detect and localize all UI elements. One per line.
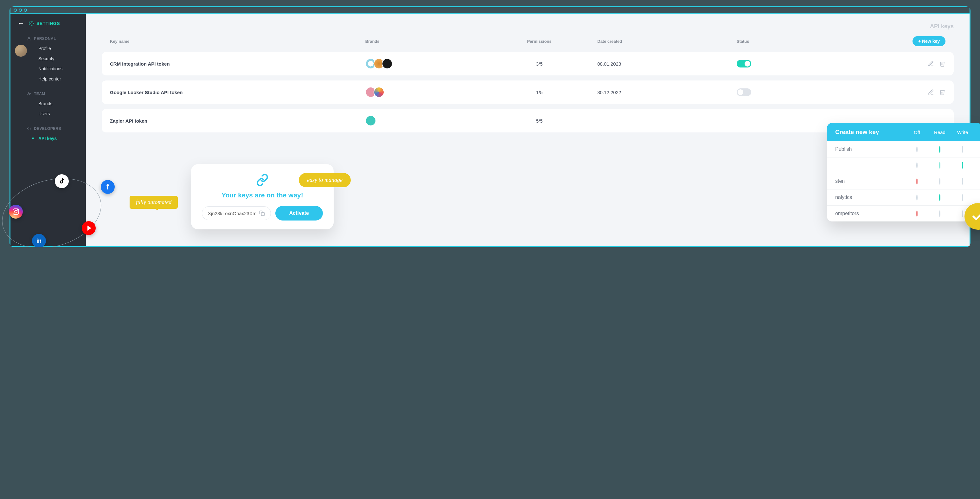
facebook-icon: f — [101, 180, 115, 194]
perm-radio-read[interactable] — [939, 194, 940, 201]
brand-icon — [374, 87, 384, 98]
brand-icons — [365, 58, 481, 69]
perm-radio-write[interactable] — [962, 178, 963, 185]
perm-row: Publish — [827, 141, 980, 157]
team-icon — [27, 92, 31, 96]
brand-icons — [365, 115, 481, 126]
section-developers: DEVELOPERS — [10, 123, 86, 133]
key-value-field: Xjn23kLoxnOpax23Xm — [202, 206, 271, 220]
svg-point-0 — [31, 23, 32, 24]
svg-point-3 — [29, 93, 30, 94]
perm-row: ompetitors — [827, 206, 980, 221]
linkedin-icon: in — [32, 234, 46, 247]
svg-point-7 — [18, 210, 18, 210]
keys-card-title: Your keys are on the way! — [202, 191, 323, 199]
svg-rect-4 — [261, 213, 264, 216]
check-icon — [971, 210, 980, 223]
perm-label: ompetitors — [835, 211, 905, 216]
nav-notifications[interactable]: Notifications — [10, 64, 86, 74]
perm-radio-write[interactable] — [962, 210, 963, 217]
perm-row: sten — [827, 173, 980, 189]
col-date: Date created — [597, 39, 737, 44]
perm-radio-write[interactable] — [962, 194, 963, 201]
table-row: CRM Integration API token 3/5 08.01.2023 — [102, 52, 954, 75]
titlebar — [10, 7, 970, 14]
perm-radio-write[interactable] — [962, 146, 963, 153]
trash-icon[interactable] — [939, 60, 945, 67]
perms-value: 5/5 — [481, 118, 597, 124]
window-dot[interactable] — [14, 8, 17, 12]
perm-col-off: Off — [905, 130, 928, 135]
svg-point-2 — [28, 92, 29, 94]
perm-radio-off[interactable] — [916, 210, 918, 217]
perms-value: 3/5 — [481, 61, 597, 67]
brand-icon — [365, 115, 376, 126]
avatar[interactable] — [15, 44, 27, 57]
col-brands: Brands — [365, 39, 481, 44]
perm-radio-off[interactable] — [916, 194, 918, 201]
date-value: 30.12.2022 — [597, 90, 737, 95]
section-personal: PERSONAL — [10, 33, 86, 43]
trash-icon[interactable] — [939, 89, 945, 95]
table-row: Google Looker Studio API token 1/5 30.12… — [102, 81, 954, 104]
perm-radio-read[interactable] — [939, 146, 940, 153]
perm-radio-off[interactable] — [916, 178, 918, 185]
page-title: API keys — [102, 23, 954, 30]
col-name: Key name — [110, 39, 365, 44]
perms-value: 1/5 — [481, 90, 597, 95]
perm-row: nalytics — [827, 189, 980, 206]
tiktok-icon — [55, 174, 69, 188]
perm-title: Create new key — [835, 129, 905, 136]
col-perms: Permissions — [481, 39, 597, 44]
section-team: TEAM — [10, 88, 86, 99]
nav-brands[interactable]: Brands — [10, 99, 86, 109]
table-row: Zapier API token 5/5 — [102, 109, 954, 132]
perm-col-write: Write — [951, 130, 974, 135]
perm-radio-read[interactable] — [939, 178, 940, 185]
nav-help-center[interactable]: Help center — [10, 74, 86, 84]
perm-row — [827, 157, 980, 173]
brand-icon — [382, 58, 393, 69]
perm-label: nalytics — [835, 194, 905, 200]
youtube-icon — [82, 221, 96, 235]
back-arrow-icon[interactable]: ← — [18, 19, 24, 27]
perm-col-read: Read — [928, 130, 951, 135]
key-name: Google Looker Studio API token — [110, 90, 365, 95]
window-dot[interactable] — [24, 8, 27, 12]
nav-api-keys[interactable]: API keys — [10, 133, 86, 143]
col-status: Status — [737, 39, 829, 44]
app-window: ← SETTINGS PERSONAL Profile Security Not… — [10, 6, 970, 247]
callout-automated: fully automated — [130, 196, 178, 209]
link-icon — [256, 173, 269, 188]
edit-icon[interactable] — [928, 60, 934, 67]
perm-radio-read[interactable] — [939, 162, 940, 168]
perm-radio-off[interactable] — [916, 162, 918, 168]
code-icon — [27, 126, 31, 131]
instagram-icon — [9, 205, 23, 219]
brand-icons — [365, 87, 481, 98]
svg-point-1 — [29, 37, 30, 39]
perm-radio-read[interactable] — [939, 210, 940, 217]
edit-icon[interactable] — [928, 89, 934, 95]
table-header: Key name Brands Permissions Date created… — [102, 36, 954, 52]
perm-radio-off[interactable] — [916, 146, 918, 153]
key-value: Xjn23kLoxnOpax23Xm — [208, 211, 256, 216]
callout-manage: easy to manage — [299, 173, 351, 187]
window-dot[interactable] — [19, 8, 22, 12]
perm-radio-write[interactable] — [962, 162, 963, 168]
settings-heading: SETTINGS — [29, 21, 60, 26]
permissions-panel: Create new key Off Read Write Publish st… — [827, 123, 980, 221]
new-key-button[interactable]: + New key — [913, 36, 945, 46]
status-toggle[interactable] — [737, 60, 751, 67]
key-name: CRM Integration API token — [110, 61, 365, 67]
copy-icon[interactable] — [259, 210, 265, 216]
person-icon — [27, 37, 31, 41]
perm-label: sten — [835, 178, 905, 184]
status-toggle[interactable] — [737, 88, 751, 96]
perm-header: Create new key Off Read Write — [827, 123, 980, 141]
activate-button[interactable]: Activate — [275, 206, 323, 221]
gear-icon — [29, 21, 34, 26]
nav-users[interactable]: Users — [10, 109, 86, 119]
perm-label: Publish — [835, 146, 905, 152]
date-value: 08.01.2023 — [597, 61, 737, 67]
